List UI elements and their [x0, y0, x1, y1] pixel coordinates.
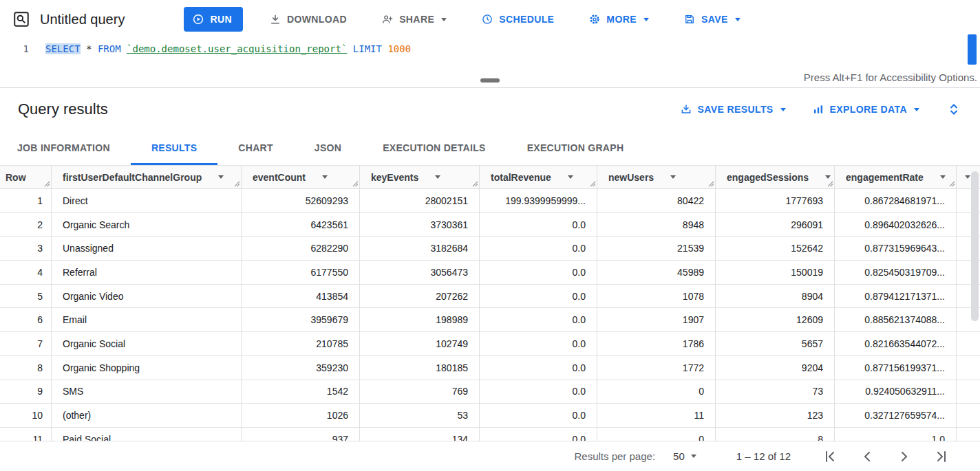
table-cell[interactable]: 0.0	[480, 332, 597, 355]
column-resize-handle[interactable]	[827, 181, 833, 187]
tab-json[interactable]: JSON	[294, 131, 362, 165]
next-page-button[interactable]	[896, 448, 913, 465]
column-header-Row[interactable]: Row	[0, 166, 52, 188]
table-cell[interactable]: 0.924050632911...	[835, 380, 957, 404]
table-cell[interactable]: Email	[52, 308, 242, 331]
table-cell[interactable]: 0.879412171371...	[835, 285, 957, 308]
table-cell[interactable]: 0.0	[480, 308, 597, 331]
table-cell[interactable]: 28002151	[360, 189, 480, 212]
tab-chart[interactable]: CHART	[217, 131, 294, 165]
table-cell[interactable]: 0.0	[480, 356, 597, 380]
table-cell[interactable]: Unassigned	[52, 237, 242, 260]
column-resize-handle[interactable]	[352, 181, 359, 187]
table-cell[interactable]: 0.327127659574...	[835, 404, 957, 427]
table-cell[interactable]: 1.0	[835, 428, 957, 441]
table-cell[interactable]: 0.825450319709...	[835, 261, 957, 284]
column-header-eventCount[interactable]: eventCount	[242, 166, 360, 188]
schedule-button[interactable]: SCHEDULE	[473, 7, 562, 32]
table-cell[interactable]: 3182684	[360, 237, 480, 260]
more-button[interactable]: MORE	[580, 7, 657, 32]
share-button[interactable]: SHARE	[373, 7, 455, 32]
tab-execution-graph[interactable]: EXECUTION GRAPH	[507, 131, 645, 165]
column-header-totalRevenue[interactable]: totalRevenue	[480, 166, 597, 188]
table-cell[interactable]: 3056473	[360, 261, 480, 284]
table-cell[interactable]: 1777693	[716, 189, 835, 212]
table-cell[interactable]: Organic Shopping	[52, 356, 242, 380]
column-header-newUsers[interactable]: newUsers	[597, 166, 716, 188]
table-cell[interactable]: 180185	[360, 356, 480, 380]
table-cell[interactable]: 1542	[242, 380, 360, 404]
table-scrollbar[interactable]	[970, 167, 980, 441]
table-cell[interactable]: 0	[597, 428, 716, 441]
table-cell[interactable]: 3730361	[360, 213, 480, 237]
column-menu-caret-icon[interactable]	[568, 175, 573, 179]
table-cell[interactable]: 0.885621374088...	[835, 308, 957, 331]
table-scrollbar-thumb[interactable]	[971, 171, 979, 321]
table-cell[interactable]: Direct	[52, 189, 242, 212]
table-cell[interactable]: (other)	[52, 404, 242, 427]
table-cell[interactable]: 199.9399959999...	[480, 189, 597, 212]
column-resize-handle[interactable]	[949, 181, 955, 187]
sql-code[interactable]: SELECT * FROM `demo.demoset.user_acquisi…	[36, 39, 411, 72]
save-button[interactable]: SAVE	[675, 7, 749, 32]
column-resize-handle[interactable]	[590, 181, 596, 187]
table-cell[interactable]: 45989	[597, 261, 716, 284]
table-cell[interactable]: Referral	[52, 261, 242, 284]
tab-results[interactable]: RESULTS	[131, 131, 217, 165]
explore-data-button[interactable]: EXPLORE DATA	[812, 103, 919, 116]
table-cell[interactable]: 3959679	[242, 308, 360, 331]
column-menu-caret-icon[interactable]	[218, 175, 224, 179]
column-menu-caret-icon[interactable]	[965, 175, 970, 179]
tab-job-information[interactable]: JOB INFORMATION	[0, 131, 131, 165]
table-cell[interactable]: 1772	[597, 356, 716, 380]
table-cell[interactable]: 9204	[716, 356, 835, 380]
table-cell[interactable]: 6282290	[242, 237, 360, 260]
run-button[interactable]: RUN	[184, 7, 243, 32]
table-cell[interactable]: 207262	[360, 285, 480, 308]
table-cell[interactable]: 150019	[716, 261, 835, 284]
expand-results-button[interactable]	[946, 101, 962, 118]
table-cell[interactable]: 296091	[716, 213, 835, 237]
table-cell[interactable]: 937	[242, 428, 360, 441]
last-page-button[interactable]	[933, 448, 950, 465]
save-results-button[interactable]: SAVE RESULTS	[680, 103, 786, 116]
column-menu-caret-icon[interactable]	[825, 175, 831, 179]
table-cell[interactable]: 0	[597, 380, 716, 404]
column-header-engagedSessions[interactable]: engagedSessions	[716, 166, 835, 188]
table-cell[interactable]: 6177550	[242, 261, 360, 284]
table-cell[interactable]: SMS	[52, 380, 242, 404]
row-number-cell[interactable]: 2	[0, 213, 52, 237]
editor-scrollbar[interactable]	[968, 34, 977, 65]
row-number-cell[interactable]: 8	[0, 356, 52, 380]
column-menu-caret-icon[interactable]	[670, 175, 676, 179]
table-cell[interactable]: Organic Video	[52, 285, 242, 308]
row-number-cell[interactable]: 5	[0, 285, 52, 308]
table-cell[interactable]: 73	[716, 380, 835, 404]
table-cell[interactable]: 5657	[716, 332, 835, 355]
table-cell[interactable]: 21539	[597, 237, 716, 260]
page-size-select[interactable]: 50	[673, 450, 696, 462]
column-header-engagementRate[interactable]: engagementRate	[835, 166, 957, 188]
table-cell[interactable]: 1026	[242, 404, 360, 427]
table-cell[interactable]: 8948	[597, 213, 716, 237]
column-menu-caret-icon[interactable]	[322, 175, 328, 179]
table-cell[interactable]: 0.867284681971...	[835, 189, 957, 212]
table-cell[interactable]: 0.0	[480, 285, 597, 308]
column-header-keyEvents[interactable]: keyEvents	[360, 166, 480, 188]
table-cell[interactable]: 0.877156199371...	[835, 356, 957, 380]
sql-table-reference[interactable]: `demo.demoset.user_acquisition_report`	[127, 43, 347, 54]
first-page-button[interactable]	[822, 448, 838, 465]
table-cell[interactable]: 1786	[597, 332, 716, 355]
table-cell[interactable]: 8904	[716, 285, 835, 308]
table-cell[interactable]: 0.0	[480, 428, 597, 441]
table-cell[interactable]: 134	[360, 428, 480, 441]
table-cell[interactable]: 210785	[242, 332, 360, 355]
table-cell[interactable]: Paid Social	[52, 428, 242, 441]
table-cell[interactable]: 52609293	[242, 189, 360, 212]
table-cell[interactable]: 102749	[360, 332, 480, 355]
table-cell[interactable]: Organic Search	[52, 213, 242, 237]
sql-editor[interactable]: 1 SELECT * FROM `demo.demoset.user_acqui…	[0, 39, 980, 72]
table-cell[interactable]: 0.0	[480, 213, 597, 237]
table-cell[interactable]: 0.0	[480, 261, 597, 284]
table-cell[interactable]: 12609	[716, 308, 835, 331]
